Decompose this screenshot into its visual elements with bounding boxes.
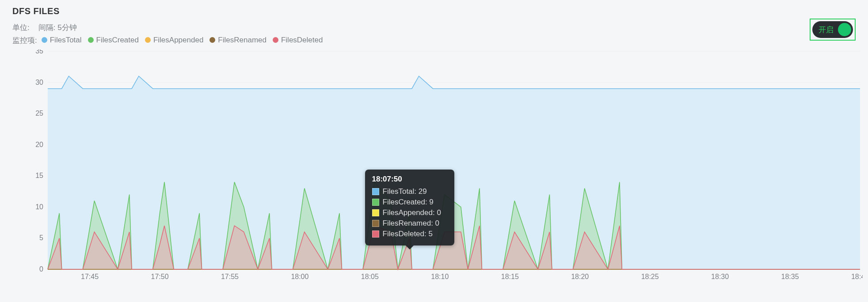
tooltip-row: FilesCreated: 9 (372, 198, 447, 207)
chart-svg: 0510152025303517:4517:5017:5518:0018:051… (32, 49, 863, 283)
legend-label: FilesRenamed (218, 36, 266, 45)
interval-label: 间隔: 5分钟 (38, 23, 77, 33)
legend-color-icon (88, 37, 94, 43)
legend-label: FilesDeleted (281, 36, 323, 45)
svg-text:18:15: 18:15 (501, 273, 519, 280)
tooltip-row: FilesAppended: 0 (372, 208, 447, 217)
tooltip-color-icon (372, 188, 379, 195)
tooltip-color-icon (372, 199, 379, 206)
chart-area[interactable]: 0510152025303517:4517:5017:5518:0018:051… (32, 49, 863, 283)
svg-text:15: 15 (35, 172, 43, 179)
legend-color-icon (145, 37, 151, 43)
svg-text:18:00: 18:00 (291, 273, 308, 280)
svg-text:17:50: 17:50 (151, 273, 168, 280)
legend-item[interactable]: FilesCreated (88, 36, 139, 45)
tooltip-color-icon (372, 230, 379, 238)
svg-text:18:35: 18:35 (781, 273, 799, 280)
tooltip-row: FilesTotal: 29 (372, 187, 447, 196)
tooltip-text: FilesAppended: 0 (383, 208, 441, 217)
svg-text:35: 35 (35, 49, 43, 55)
tooltip-arrow-icon (406, 245, 414, 249)
legend-item[interactable]: FilesDeleted (273, 36, 323, 45)
legend-item[interactable]: FilesAppended (145, 36, 203, 45)
toggle-outline: 开启 (810, 19, 856, 41)
svg-text:30: 30 (35, 79, 43, 86)
unit-label: 单位: (12, 23, 30, 33)
toggle-label: 开启 (819, 25, 834, 35)
tooltip-text: FilesDeleted: 5 (383, 230, 433, 238)
svg-text:17:55: 17:55 (221, 273, 239, 280)
svg-text:20: 20 (35, 141, 43, 148)
svg-text:17:45: 17:45 (81, 273, 99, 280)
tooltip-text: FilesTotal: 29 (383, 187, 427, 196)
tooltip-color-icon (372, 209, 379, 216)
svg-text:18:40: 18:40 (851, 273, 863, 280)
monitor-label: 监控项: (12, 35, 37, 45)
svg-text:18:20: 18:20 (571, 273, 589, 280)
tooltip-row: FilesDeleted: 5 (372, 230, 447, 238)
tooltip-text: FilesCreated: 9 (383, 198, 434, 207)
legend-color-icon (209, 37, 215, 43)
enable-toggle[interactable]: 开启 (812, 21, 853, 38)
svg-text:0: 0 (39, 265, 43, 273)
tooltip-row: FilesRenamed: 0 (372, 219, 447, 228)
tooltip-time: 18:07:50 (372, 175, 447, 184)
svg-text:10: 10 (35, 203, 43, 211)
toggle-knob (838, 23, 851, 36)
legend-label: FilesCreated (96, 36, 139, 45)
svg-text:5: 5 (39, 234, 43, 242)
legend-item[interactable]: FilesTotal (42, 36, 82, 45)
svg-text:18:10: 18:10 (431, 273, 449, 280)
legend-color-icon (42, 37, 47, 43)
panel-title: DFS FILES (12, 6, 856, 16)
svg-text:18:30: 18:30 (711, 273, 729, 280)
legend-label: FilesAppended (153, 36, 203, 45)
svg-text:18:25: 18:25 (641, 273, 659, 280)
legend-label: FilesTotal (50, 36, 82, 45)
chart-tooltip: 18:07:50 FilesTotal: 29FilesCreated: 9Fi… (365, 170, 454, 245)
svg-text:25: 25 (35, 109, 43, 117)
legend-color-icon (273, 37, 278, 43)
tooltip-color-icon (372, 220, 379, 227)
legend-item[interactable]: FilesRenamed (209, 36, 266, 45)
tooltip-text: FilesRenamed: 0 (383, 219, 440, 228)
svg-text:18:05: 18:05 (361, 273, 379, 280)
